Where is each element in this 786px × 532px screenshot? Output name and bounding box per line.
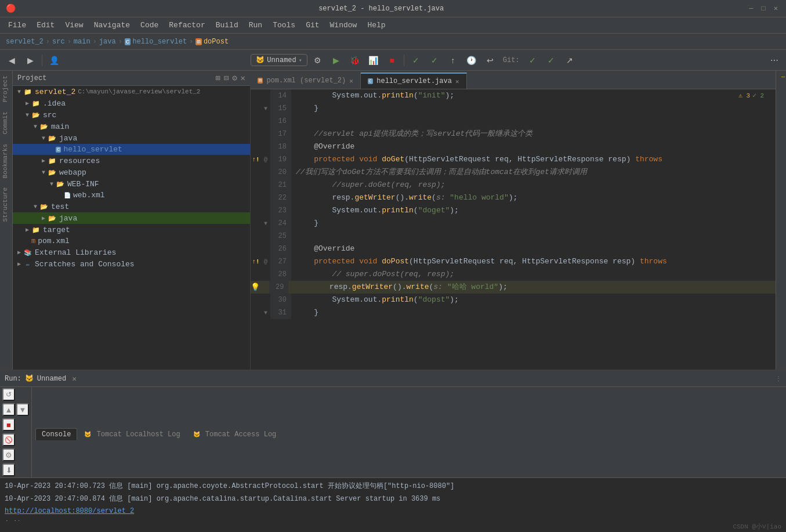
- tree-item-resources[interactable]: ▶ 📁 resources: [13, 155, 250, 167]
- code-line-content-25[interactable]: [291, 230, 300, 243]
- tree-item-servlet2[interactable]: ▼ 📁 servlet_2 C:\mayun\javase_review\ser…: [13, 86, 250, 97]
- project-tab[interactable]: Project: [0, 71, 12, 107]
- menu-navigate[interactable]: Navigate: [89, 19, 135, 31]
- code-line-content-29[interactable]: resp.getWriter().write(s: "哈哈 world");: [288, 281, 776, 294]
- menu-build[interactable]: Build: [211, 19, 243, 31]
- console-tab-localhost-log[interactable]: 🐱 Tomcat Localhost Log: [78, 429, 186, 440]
- tree-item-hello-servlet[interactable]: c hello_servlet: [13, 144, 250, 155]
- breadcrumb-servlet2[interactable]: servlet_2: [6, 38, 44, 46]
- tab-hello-servlet[interactable]: c hello_servlet.java ✕: [361, 73, 467, 89]
- code-line-content-27[interactable]: protected void doPost(HttpServletRequest…: [291, 255, 672, 268]
- tree-item-test[interactable]: ▼ 📂 test: [13, 201, 250, 212]
- menu-code[interactable]: Code: [136, 19, 163, 31]
- bookmarks-tab[interactable]: Bookmarks: [0, 139, 12, 183]
- more-button[interactable]: ⋯: [766, 53, 783, 68]
- git-merge-button[interactable]: ✓: [543, 53, 559, 68]
- tree-item-webapp[interactable]: ▼ 📂 webapp: [13, 167, 250, 178]
- breadcrumb-java[interactable]: java: [99, 38, 116, 46]
- menu-file[interactable]: File: [3, 19, 31, 31]
- code-line-content-16[interactable]: [291, 115, 300, 128]
- forward-button[interactable]: ▶: [22, 53, 38, 68]
- tree-item-src[interactable]: ▼ 📂 src: [13, 109, 250, 121]
- code-line-content-28[interactable]: // super.doPost(req, resp);: [291, 268, 459, 281]
- profile-button[interactable]: 📊: [365, 53, 382, 68]
- menu-git[interactable]: Git: [301, 19, 324, 31]
- console-settings-btn[interactable]: ⚙: [2, 448, 15, 461]
- code-line-content-31[interactable]: }: [291, 306, 323, 319]
- menu-refactor[interactable]: Refactor: [164, 19, 209, 31]
- back-button[interactable]: ◀: [3, 53, 20, 68]
- maximize-button[interactable]: □: [759, 5, 768, 13]
- git-push-button[interactable]: ↑: [445, 53, 461, 68]
- console-down-btn[interactable]: ▼: [16, 403, 29, 416]
- filetree-close-icon[interactable]: ✕: [241, 73, 245, 83]
- tab-close-hello-servlet[interactable]: ✕: [455, 78, 459, 85]
- git-commit-button[interactable]: ✓: [524, 53, 541, 68]
- tree-item-external-libs[interactable]: ▶ 📚 External Libraries: [13, 247, 250, 258]
- tree-item-main[interactable]: ▼ 📂 main: [13, 121, 250, 132]
- localhost-link[interactable]: http://localhost:8080/servlet_2: [5, 507, 134, 515]
- run-expand-icon[interactable]: ⋮: [776, 375, 781, 382]
- console-log[interactable]: 10-Apr-2023 20:47:00.723 信息 [main] org.a…: [0, 478, 786, 521]
- breadcrumb-main[interactable]: main: [74, 38, 90, 46]
- tree-item-pomxml[interactable]: m pom.xml: [13, 236, 250, 247]
- tree-item-java-test[interactable]: ▶ 📂 java: [13, 212, 250, 224]
- menu-view[interactable]: View: [60, 19, 88, 31]
- filetree-collapse-icon[interactable]: ⊟: [224, 73, 229, 83]
- console-tab-access-log[interactable]: 🐱 Tomcat Access Log: [187, 429, 282, 440]
- settings-button[interactable]: ⚙: [310, 53, 326, 68]
- code-line-content-23[interactable]: System.out.println("doget");: [291, 204, 463, 217]
- tree-item-target[interactable]: ▶ 📁 target: [13, 224, 250, 236]
- menu-run[interactable]: Run: [244, 19, 267, 31]
- tree-item-webinf[interactable]: ▼ 📂 WEB-INF: [13, 178, 250, 190]
- close-button[interactable]: ✕: [771, 4, 780, 13]
- stop-button[interactable]: ■: [384, 53, 400, 68]
- git-history-button[interactable]: 🕐: [463, 53, 480, 68]
- filetree-settings-icon[interactable]: ⚙: [232, 73, 237, 83]
- console-scroll-end-btn[interactable]: ⬇: [2, 464, 15, 476]
- breadcrumb-src[interactable]: src: [52, 38, 65, 46]
- git-pass-button[interactable]: ✓: [426, 53, 443, 68]
- run-button[interactable]: ▶: [328, 53, 345, 68]
- code-line-content-14[interactable]: System.out.println("init");: [291, 89, 459, 102]
- minimize-button[interactable]: ─: [747, 5, 755, 13]
- commit-tab[interactable]: Commit: [0, 107, 12, 139]
- breadcrumb-hello-servlet[interactable]: hello_servlet: [132, 38, 187, 46]
- code-line-content-20[interactable]: //我们写这个doGet方法不需要我们去调用；而是自动由tomcat在收到get…: [291, 166, 592, 179]
- menu-help[interactable]: Help: [363, 19, 390, 31]
- code-line-content-30[interactable]: System.out.println("dopst");: [291, 294, 463, 306]
- tree-item-java[interactable]: ▼ 📂 java: [13, 132, 250, 144]
- code-line-content-17[interactable]: //servlet api提供现成的类；写servlet代码一般继承这个类: [291, 128, 537, 140]
- tree-item-scratches[interactable]: ▶ ✏ Scratches and Consoles: [13, 258, 250, 270]
- code-line-content-21[interactable]: //super.doGet(req, resp);: [291, 179, 450, 191]
- tree-item-webxml[interactable]: 📄 web.xml: [13, 190, 250, 201]
- git-branch-button[interactable]: ↗: [562, 53, 578, 68]
- tab-close-pom[interactable]: ✕: [349, 77, 353, 85]
- code-line-content-18[interactable]: @Override: [291, 140, 359, 153]
- menu-window[interactable]: Window: [325, 19, 362, 31]
- tree-item-idea[interactable]: ▶ 📁 .idea: [13, 97, 250, 109]
- git-revert-button[interactable]: ↩: [482, 53, 498, 68]
- right-scrollbar-strip[interactable]: ─: [776, 71, 786, 370]
- code-line-content-15[interactable]: }: [291, 102, 323, 115]
- code-line-content-22[interactable]: resp.getWriter().write(s: "hello world")…: [291, 191, 522, 204]
- code-line-content-19[interactable]: protected void doGet(HttpServletRequest …: [291, 153, 667, 166]
- console-up-btn[interactable]: ▲: [2, 403, 15, 416]
- log-line-link[interactable]: http://localhost:8080/servlet_2: [5, 505, 781, 518]
- code-editor[interactable]: 14 System.out.println("init"); ▼ 15 }: [251, 89, 776, 370]
- menu-edit[interactable]: Edit: [32, 19, 59, 31]
- run-config-selector[interactable]: 🐱 Unnamed ▾: [251, 54, 307, 66]
- tab-pom-xml[interactable]: m pom.xml (servlet_2) ✕: [251, 73, 361, 89]
- user-settings-button[interactable]: 👤: [46, 53, 62, 68]
- debug-button[interactable]: 🐞: [347, 53, 363, 68]
- structure-tab[interactable]: Structure: [0, 183, 12, 226]
- console-stop-btn[interactable]: ■: [2, 418, 15, 431]
- run-close-icon[interactable]: ✕: [72, 374, 77, 383]
- code-line-content-26[interactable]: @Override: [291, 243, 359, 255]
- code-line-content-24[interactable]: }: [291, 217, 323, 230]
- console-tab-console[interactable]: Console: [35, 428, 77, 440]
- console-clear-btn[interactable]: 🚫: [2, 433, 15, 446]
- breadcrumb-doPost[interactable]: doPost: [204, 38, 229, 46]
- console-restart-btn[interactable]: ↺: [2, 388, 15, 401]
- filetree-add-icon[interactable]: ⊞: [215, 73, 220, 83]
